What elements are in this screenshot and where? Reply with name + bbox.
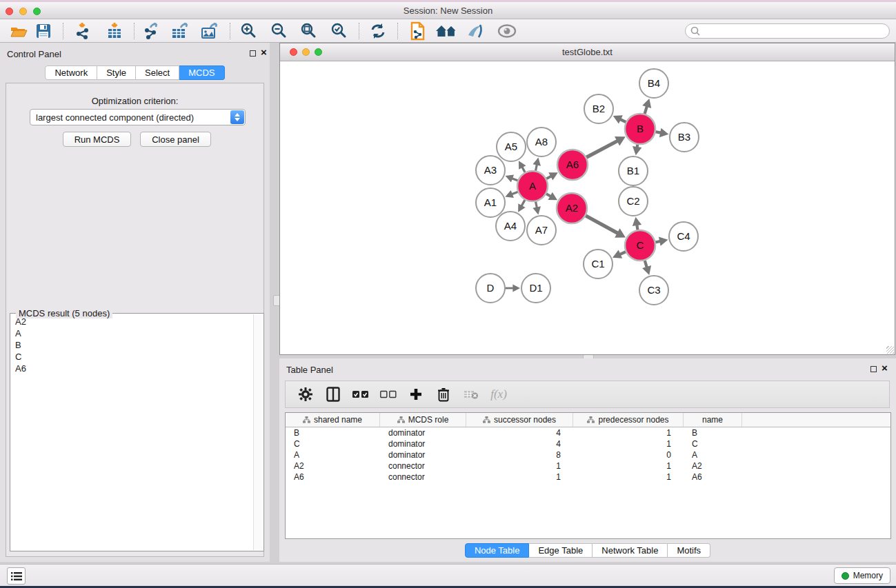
cell-shared-name: C <box>286 438 380 449</box>
columns-icon[interactable] <box>324 385 342 403</box>
tab-mcds[interactable]: MCDS <box>179 65 224 80</box>
graph-node-label-A8: A8 <box>535 136 548 148</box>
column-header-shared-name[interactable]: shared name <box>286 413 380 427</box>
control-panel-title: Control Panel <box>7 49 61 59</box>
criterion-dropdown[interactable]: largest connected component (directed) <box>30 109 246 125</box>
cell-successor-nodes: 4 <box>466 427 573 438</box>
minimize-network-button[interactable] <box>302 48 310 56</box>
cell-successor-nodes: 1 <box>466 472 573 483</box>
cell-shared-name: A2 <box>286 460 380 472</box>
home-icon[interactable] <box>435 21 458 41</box>
cell-successor-nodes: 1 <box>466 460 573 472</box>
zoom-fit-icon[interactable] <box>297 21 321 41</box>
close-panel-button[interactable]: Close panel <box>140 132 211 147</box>
tab-network-table[interactable]: Network Table <box>593 543 668 558</box>
column-header-predecessor-nodes[interactable]: predecessor nodes <box>573 413 684 427</box>
close-window-button[interactable] <box>6 8 13 15</box>
cell-name: A2 <box>684 460 742 472</box>
table-row[interactable]: Bdominator41B <box>286 427 890 438</box>
zoom-out-icon[interactable] <box>268 21 291 41</box>
float-table-panel-icon[interactable] <box>870 366 877 372</box>
search-input[interactable] <box>701 25 889 37</box>
cell-predecessor-nodes: 0 <box>573 449 684 460</box>
network-file-icon[interactable] <box>406 21 430 41</box>
run-mcds-button[interactable]: Run MCDS <box>63 132 131 147</box>
edge-A6-B <box>586 141 618 158</box>
tab-style[interactable]: Style <box>97 65 136 80</box>
arrowhead-A-A8 <box>532 158 541 166</box>
table-panel-tabs: Node TableEdge TableNetwork TableMotifs <box>465 543 710 558</box>
graph-node-label-A: A <box>529 180 536 192</box>
toolbar-separator <box>230 23 230 39</box>
table-row[interactable]: Cdominator41C <box>286 438 890 449</box>
network-canvas[interactable]: AA1A2A3A4A5A6A7A8BB1B2B3B4CC1C2C3C4DD1 <box>280 61 895 354</box>
graph-node-label-B4: B4 <box>648 77 660 89</box>
table-row[interactable]: Adominator80A <box>286 449 890 460</box>
mcds-tab-content: Optimization criterion: largest connecte… <box>6 83 264 557</box>
tab-node-table[interactable]: Node Table <box>465 543 530 558</box>
zoom-network-button[interactable] <box>315 48 322 56</box>
result-item-c[interactable]: C <box>11 351 252 363</box>
tab-network[interactable]: Network <box>45 65 97 80</box>
result-item-b[interactable]: B <box>11 339 252 351</box>
memory-label: Memory <box>853 571 883 580</box>
cell-predecessor-nodes: 1 <box>573 438 684 449</box>
tab-motifs[interactable]: Motifs <box>668 543 710 558</box>
plus-icon[interactable] <box>407 385 425 403</box>
cell-name: A6 <box>684 472 742 483</box>
search-icon <box>690 26 701 37</box>
memory-button[interactable]: Memory <box>834 567 890 584</box>
export-network-icon[interactable] <box>139 21 163 41</box>
result-item-a2[interactable]: A2 <box>11 316 252 327</box>
cell-MCDS-role: connector <box>380 460 466 472</box>
table-row[interactable]: A2connector11A2 <box>286 460 890 472</box>
export-image-icon[interactable] <box>198 21 221 41</box>
arrowhead-A-A7 <box>532 206 541 214</box>
search-field <box>685 23 890 39</box>
eye-icon[interactable] <box>495 21 519 41</box>
export-table-icon[interactable] <box>168 21 192 41</box>
column-header-MCDS-role[interactable]: MCDS role <box>380 413 466 427</box>
cell-MCDS-role: connector <box>380 472 466 483</box>
close-panel-icon[interactable]: × <box>261 47 267 58</box>
unchecked-boxes-icon[interactable] <box>379 385 397 403</box>
result-item-a[interactable]: A <box>11 327 252 339</box>
import-table-icon[interactable] <box>103 21 126 41</box>
table-row[interactable]: A6connector11A6 <box>286 472 890 483</box>
cell-predecessor-nodes: 1 <box>573 472 684 483</box>
hide-panel-icon[interactable] <box>464 21 488 41</box>
import-network-icon[interactable] <box>72 21 95 41</box>
tab-edge-table[interactable]: Edge Table <box>529 543 593 558</box>
close-table-panel-icon[interactable]: × <box>882 363 888 374</box>
cell-name: A <box>684 449 742 460</box>
delete-table-icon <box>462 385 480 403</box>
hierarchy-icon <box>303 416 310 423</box>
tab-select[interactable]: Select <box>136 65 179 80</box>
app-titlebar: Session: New Session <box>0 2 896 19</box>
zoom-selected-icon[interactable] <box>328 21 351 41</box>
zoom-in-icon[interactable] <box>237 21 261 41</box>
open-folder-icon[interactable] <box>7 21 30 41</box>
trash-icon[interactable] <box>435 385 452 403</box>
refresh-icon[interactable] <box>366 21 390 41</box>
result-scrollbar[interactable] <box>253 314 263 550</box>
cell-MCDS-role: dominator <box>380 449 466 460</box>
column-header-name[interactable]: name <box>684 413 742 427</box>
gear-icon[interactable] <box>297 385 315 403</box>
checked-boxes-icon[interactable] <box>352 385 370 403</box>
task-history-button[interactable] <box>7 567 26 585</box>
graph-node-label-A3: A3 <box>484 164 497 176</box>
cell-name: B <box>684 427 742 438</box>
app-title: Session: New Session <box>404 6 492 16</box>
close-network-button[interactable] <box>290 48 297 56</box>
result-item-a6[interactable]: A6 <box>11 363 252 374</box>
float-panel-icon[interactable] <box>250 50 256 57</box>
minimize-window-button[interactable] <box>19 8 27 15</box>
control-panel-tabs: NetworkStyleSelectMCDS <box>45 65 224 80</box>
graph-node-label-A5: A5 <box>505 141 517 152</box>
network-window-title: testGlobe.txt <box>562 47 613 57</box>
zoom-window-button[interactable] <box>33 8 41 15</box>
save-icon[interactable] <box>32 21 55 41</box>
column-header-successor-nodes[interactable]: successor nodes <box>466 413 573 427</box>
resize-grip-icon[interactable] <box>886 346 894 354</box>
